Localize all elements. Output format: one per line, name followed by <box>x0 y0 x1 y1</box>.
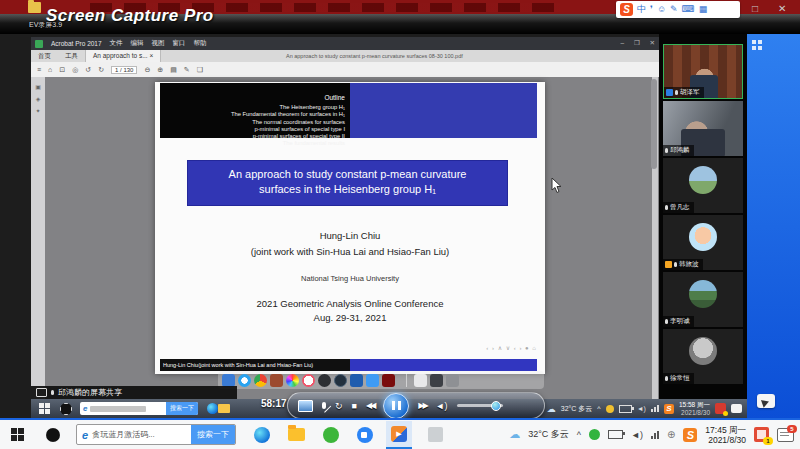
battery-icon[interactable] <box>619 405 632 413</box>
punctuation-icon[interactable]: ❜ <box>650 1 653 18</box>
notification-icon[interactable] <box>715 403 726 414</box>
weather-text[interactable]: 32°C 多云 <box>561 404 593 414</box>
speaker-icon[interactable]: ◄) <box>637 405 646 412</box>
menu-icon[interactable]: ≡ <box>37 66 41 73</box>
stop-button[interactable]: ■ <box>352 401 357 411</box>
menu-edit[interactable]: 编辑 <box>131 39 144 48</box>
participant-tile[interactable]: 曾凡志 <box>663 158 743 213</box>
volume-slider[interactable] <box>457 404 503 407</box>
acrobat-window-controls[interactable]: – ❐ ✕ <box>620 39 659 47</box>
menu-window[interactable]: 窗口 <box>173 39 186 48</box>
desktop-widget-icon[interactable] <box>752 40 762 50</box>
speaker-icon[interactable]: ◄) <box>631 430 643 440</box>
dock-icon-utility[interactable] <box>430 374 443 387</box>
print-icon[interactable]: ⊡ <box>59 66 65 74</box>
close-button[interactable]: ✕ <box>778 3 786 14</box>
dock-icon-photos[interactable] <box>286 374 299 387</box>
file-explorer-icon[interactable] <box>218 404 230 413</box>
dock-icon-camera[interactable] <box>318 374 331 387</box>
search-go-button[interactable]: 搜索一下 <box>191 424 235 445</box>
annotate-icon[interactable]: ✎ <box>184 66 190 74</box>
participant-video-tile[interactable]: 邱鸿麟 <box>663 101 743 156</box>
edge-icon[interactable] <box>254 427 270 443</box>
dock-icon-finder[interactable] <box>222 374 235 387</box>
handwriting-icon[interactable]: ✎ <box>670 1 678 18</box>
tab-document[interactable]: An approach to s... × <box>85 50 161 62</box>
screen-capture-pro-icon[interactable]: ▶ <box>391 426 407 442</box>
battery-icon[interactable] <box>608 430 623 439</box>
active-app-slot[interactable]: ▶ <box>386 421 412 449</box>
menu-help[interactable]: 帮助 <box>194 39 207 48</box>
dock-icon-music[interactable] <box>302 374 315 387</box>
minimize-button[interactable]: □ <box>752 3 758 14</box>
menu-file[interactable]: 文件 <box>110 39 123 48</box>
notification-icon[interactable]: 1 <box>754 427 769 442</box>
network-icon[interactable] <box>651 431 659 439</box>
clock[interactable]: 17:45 周一 2021/8/30 <box>705 425 746 445</box>
file-explorer-icon[interactable] <box>288 428 305 441</box>
zoom-in-icon[interactable]: ⊕ <box>157 66 163 74</box>
edge-icon[interactable] <box>207 403 218 414</box>
attachments-icon[interactable]: ✦ <box>35 108 40 114</box>
scrollbar-thumb[interactable] <box>651 79 657 169</box>
pause-button[interactable] <box>383 393 409 419</box>
rewind-button[interactable]: ◀◀ <box>366 401 374 410</box>
mic-mute-button[interactable] <box>322 402 326 409</box>
search-go-button[interactable]: 搜索一下 <box>166 402 198 415</box>
tencent-meeting-icon[interactable] <box>357 427 373 443</box>
keyboard-icon[interactable]: ⌨ <box>682 1 695 18</box>
volume-slider-knob[interactable] <box>491 401 501 411</box>
browser-360-icon[interactable] <box>323 427 339 443</box>
sogou-logo-icon[interactable]: S <box>620 3 633 16</box>
antivirus-tray-icon[interactable] <box>589 429 600 440</box>
page-view-icon[interactable]: ▤ <box>170 66 177 74</box>
dock-icon-globe[interactable] <box>334 374 347 387</box>
page-indicator[interactable]: 1 / 130 <box>111 66 137 74</box>
dock-icon-acrobat[interactable] <box>382 374 395 387</box>
dock-icon-notes[interactable] <box>414 374 427 387</box>
message-icon[interactable] <box>731 404 742 413</box>
dock-icon-word[interactable] <box>350 374 363 387</box>
tab-home[interactable]: 首页 <box>31 50 58 62</box>
start-button[interactable] <box>11 428 24 441</box>
toolbox-icon[interactable]: ▦ <box>699 1 708 18</box>
tab-tools[interactable]: 工具 <box>58 50 85 62</box>
sogou-browser-icon[interactable] <box>46 428 60 442</box>
inactive-app-icon[interactable] <box>428 427 443 442</box>
participant-tile[interactable]: 韩旅波 <box>663 215 743 270</box>
input-indicator-icon[interactable]: ⊕ <box>667 429 675 440</box>
fast-forward-button[interactable]: ▶▶ <box>418 401 426 410</box>
loop-button[interactable]: ↻ <box>335 401 343 411</box>
sogou-tray-icon[interactable]: S <box>664 404 674 414</box>
sogou-tray-icon[interactable]: S <box>683 428 697 442</box>
participant-tile[interactable]: 徐常恒 <box>663 329 743 384</box>
menu-view[interactable]: 视图 <box>152 39 165 48</box>
tray-expand-icon[interactable]: ^ <box>577 430 581 440</box>
network-icon[interactable] <box>651 405 659 412</box>
recorded-clock[interactable]: 15:58 周一 2021/8/30 <box>679 401 710 416</box>
dock-icon-app[interactable] <box>270 374 283 387</box>
participant-video-tile[interactable]: 胡泽军 <box>663 44 743 99</box>
tab-close-icon[interactable]: × <box>149 52 153 59</box>
taskbar-search-box[interactable]: e 贪玩蓝月激活码... 搜索一下 <box>76 424 236 445</box>
dock-icon-chrome[interactable] <box>254 374 267 387</box>
tray-expand-icon[interactable]: ^ <box>597 405 600 412</box>
emoji-icon[interactable]: ☺ <box>657 1 666 18</box>
snapshot-button[interactable] <box>298 400 313 412</box>
dock-icon-safari[interactable] <box>238 374 251 387</box>
volume-icon[interactable]: ◄) <box>436 401 448 411</box>
redo-icon[interactable]: ↻ <box>98 66 104 74</box>
beamer-navigation-icons[interactable]: ‹ › ∧ ∨ ‹ › ● ⌂ <box>486 344 537 351</box>
tray-app-icon[interactable] <box>606 405 614 413</box>
message-icon[interactable]: 5 <box>777 428 794 442</box>
undo-icon[interactable]: ↺ <box>85 66 91 74</box>
search-icon[interactable]: ◎ <box>72 66 78 74</box>
start-button[interactable] <box>39 403 50 414</box>
home-icon[interactable]: ⌂ <box>48 66 52 73</box>
weather-text[interactable]: 32°C 多云 <box>528 428 569 441</box>
participant-tile[interactable]: 李明诚 <box>663 272 743 327</box>
thumbnails-icon[interactable]: ▣ <box>35 84 41 90</box>
input-mode-icon[interactable]: 中 <box>637 1 646 18</box>
taskbar-search-box[interactable]: e 搜索一下 <box>80 402 198 415</box>
dock-icon-meeting[interactable] <box>366 374 379 387</box>
